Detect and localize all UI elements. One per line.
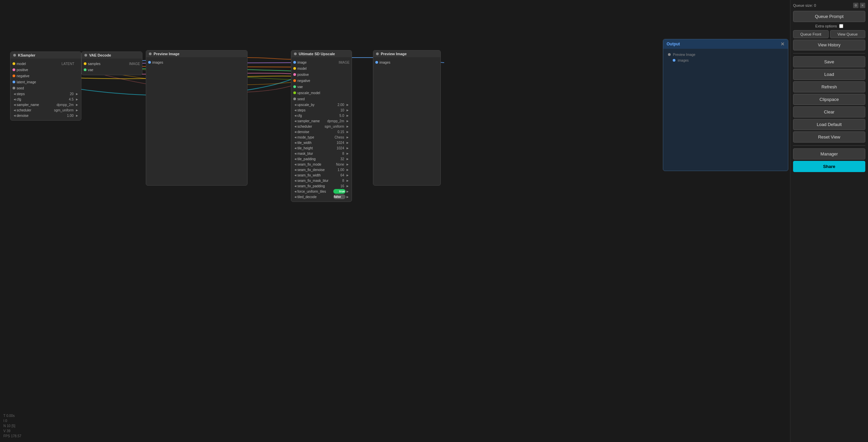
ultimate-modetype-left[interactable]: ◀: [293, 135, 297, 139]
ultimate-maskblur-right[interactable]: ▶: [346, 151, 350, 155]
ultimate-tilepadding-left[interactable]: ◀: [293, 157, 297, 161]
ultimate-steps-left[interactable]: ◀: [293, 108, 297, 112]
ksampler-cfg-right[interactable]: ▶: [75, 97, 79, 101]
queue-close-btn[interactable]: ✕: [860, 3, 865, 8]
ultimate-sampler-row[interactable]: ◀ sampler_name dpmpp_2m ▶: [291, 118, 352, 124]
ultimate-tilewidth-left[interactable]: ◀: [293, 141, 297, 145]
extra-options-checkbox[interactable]: [839, 24, 843, 28]
ultimate-upscaleby-row[interactable]: ◀ upscale_by 2.00 ▶: [291, 102, 352, 107]
ksampler-denoise-left[interactable]: ◀: [13, 113, 17, 118]
ultimate-seamfixmode-row[interactable]: ◀ seam_fix_mode None ▶: [291, 162, 352, 167]
ksampler-steps-right[interactable]: ▶: [75, 92, 79, 96]
ksampler-scheduler-right[interactable]: ▶: [75, 108, 79, 112]
ultimate-maskblur-row[interactable]: ◀ mask_blur 8 ▶: [291, 151, 352, 156]
ultimate-vae-row: vae: [291, 84, 352, 90]
refresh-btn[interactable]: Refresh: [793, 81, 865, 92]
ksampler-sampler-row[interactable]: ◀ sampler_name dpmpp_2m ▶: [11, 102, 81, 107]
statusbar-line1: T 0.00s: [3, 413, 21, 418]
ultimate-cfg-left[interactable]: ◀: [293, 113, 297, 118]
ksampler-latent-label: LATENT: [61, 62, 74, 66]
ultimate-vae-port: [293, 85, 296, 88]
share-btn[interactable]: Share: [793, 161, 865, 172]
ultimate-tilepadding-right[interactable]: ▶: [346, 157, 350, 161]
ultimate-tilepadding-row[interactable]: ◀ tile_padding 32 ▶: [291, 156, 352, 162]
load-default-btn[interactable]: Load Default: [793, 119, 865, 130]
ultimate-forceuniform-left[interactable]: ◀: [293, 189, 297, 193]
ultimate-denoise-row[interactable]: ◀ denoise 0.15 ▶: [291, 129, 352, 134]
ultimate-tileddecode-right[interactable]: ▶: [346, 195, 350, 199]
ksampler-cfg-row[interactable]: ◀ cfg 4.5 ▶: [11, 97, 81, 102]
ultimate-seamfixmaskblur-row[interactable]: ◀ seam_fix_mask_blur 8 ▶: [291, 178, 352, 183]
ultimate-maskblur-left[interactable]: ◀: [293, 151, 297, 155]
ksampler-denoise-row[interactable]: ◀ denoise 1.00 ▶: [11, 113, 81, 118]
ultimate-seamfixmaskblur-right[interactable]: ▶: [346, 178, 350, 183]
ultimate-seamfixpadding-right[interactable]: ▶: [346, 184, 350, 188]
ultimate-upscaleby-left[interactable]: ◀: [293, 103, 297, 107]
ksampler-steps-row[interactable]: ◀ steps 20 ▶: [11, 91, 81, 97]
ultimate-seamfixpadding-row[interactable]: ◀ seam_fix_padding 16 ▶: [291, 183, 352, 189]
view-queue-btn[interactable]: View Queue: [830, 30, 866, 38]
ultimate-seamfixmode-left[interactable]: ◀: [293, 162, 297, 166]
ultimate-tileheight-left[interactable]: ◀: [293, 146, 297, 150]
ultimate-seamfixpadding-val: 16: [340, 184, 344, 188]
ultimate-tileheight-right[interactable]: ▶: [346, 146, 350, 150]
view-history-btn[interactable]: View History: [793, 40, 865, 50]
reset-view-btn[interactable]: Reset View: [793, 131, 865, 143]
ultimate-cfg-right[interactable]: ▶: [346, 113, 350, 118]
ultimate-tileheight-row[interactable]: ◀ tile_height 1024 ▶: [291, 145, 352, 151]
ultimate-upscaleby-right[interactable]: ▶: [346, 103, 350, 107]
ultimate-seamfixwidth-val: 64: [340, 173, 344, 177]
clipspace-btn[interactable]: Clipspace: [793, 94, 865, 105]
ultimate-tilewidth-right[interactable]: ▶: [346, 141, 350, 145]
ultimate-modetype-row[interactable]: ◀ mode_type Chess ▶: [291, 134, 352, 140]
queue-settings-btn[interactable]: ⚙: [853, 3, 859, 8]
save-btn[interactable]: Save: [793, 56, 865, 67]
load-btn[interactable]: Load: [793, 69, 865, 80]
clear-btn[interactable]: Clear: [793, 106, 865, 118]
ksampler-sampler-right[interactable]: ▶: [75, 103, 79, 107]
ultimate-tilewidth-row[interactable]: ◀ tile_width 1024 ▶: [291, 140, 352, 145]
ksampler-denoise-right[interactable]: ▶: [75, 113, 79, 118]
manager-btn[interactable]: Manager: [793, 148, 865, 160]
ultimate-scheduler-left[interactable]: ◀: [293, 124, 297, 128]
ultimate-positive-port: [293, 73, 296, 76]
ultimate-seamfixdenoise-right[interactable]: ▶: [346, 168, 350, 172]
ultimate-seamfixwidth-right[interactable]: ▶: [346, 173, 350, 177]
ultimate-seamfixmaskblur-left[interactable]: ◀: [293, 178, 297, 183]
ksampler-cfg-left[interactable]: ◀: [13, 97, 17, 101]
ultimate-seamfixmode-right[interactable]: ▶: [346, 162, 350, 166]
ksampler-scheduler-row[interactable]: ◀ scheduler sgm_uniform ▶: [11, 107, 81, 113]
ultimate-tileddecode-row[interactable]: ◀ tiled_decode false ▶: [291, 194, 352, 199]
ultimate-scheduler-row[interactable]: ◀ scheduler sgm_uniform ▶: [291, 124, 352, 129]
ultimate-scheduler-right[interactable]: ▶: [346, 124, 350, 128]
ultimate-steps-right[interactable]: ▶: [346, 108, 350, 112]
ultimate-modetype-right[interactable]: ▶: [346, 135, 350, 139]
ultimate-cfg-row[interactable]: ◀ cfg 5.0 ▶: [291, 113, 352, 118]
ultimate-forceuniform-row[interactable]: ◀ force_uniform_tiles true ▶: [291, 189, 352, 194]
ksampler-sampler-left[interactable]: ◀: [13, 103, 17, 107]
queue-prompt-btn[interactable]: Queue Prompt: [793, 11, 865, 22]
ultimate-denoise-left[interactable]: ◀: [293, 130, 297, 134]
ultimate-model-port: [293, 67, 296, 70]
ultimate-steps-row[interactable]: ◀ steps 10 ▶: [291, 107, 352, 113]
ultimate-seamfixdenoise-row[interactable]: ◀ seam_fix_denoise 1.00 ▶: [291, 167, 352, 172]
queue-front-btn[interactable]: Queue Front: [793, 30, 829, 38]
ultimate-seed-port: [293, 98, 296, 100]
output-body: Preview Image images: [663, 49, 788, 171]
ksampler-steps-left[interactable]: ◀: [13, 92, 17, 96]
ultimate-denoise-right[interactable]: ▶: [346, 130, 350, 134]
ultimate-seamfixwidth-left[interactable]: ◀: [293, 173, 297, 177]
ultimate-sampler-left[interactable]: ◀: [293, 119, 297, 123]
ultimate-sampler-right[interactable]: ▶: [346, 119, 350, 123]
ultimate-seamfixpadding-left[interactable]: ◀: [293, 184, 297, 188]
ksampler-scheduler-left[interactable]: ◀: [13, 108, 17, 112]
output-node: Output ✕ Preview Image images: [663, 39, 788, 171]
ultimate-tileddecode-left[interactable]: ◀: [293, 195, 297, 199]
extra-options-label: Extra options: [815, 24, 837, 28]
ultimate-forceuniform-right[interactable]: ▶: [346, 189, 350, 193]
preview-image1-header: Preview Image: [146, 50, 247, 57]
ultimate-seamfixwidth-row[interactable]: ◀ seam_fix_width 64 ▶: [291, 172, 352, 178]
ultimate-seamfixdenoise-left[interactable]: ◀: [293, 168, 297, 172]
output-close-btn[interactable]: ✕: [781, 41, 785, 47]
output-images-text: images: [678, 59, 689, 62]
